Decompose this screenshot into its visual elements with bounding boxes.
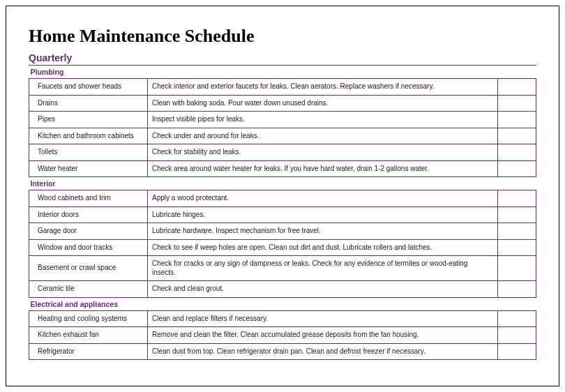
table-row: ToiletsCheck for stability and leaks. (29, 144, 536, 161)
item-check-cell (498, 310, 536, 327)
table-row: Wood cabinets and trimApply a wood prote… (29, 190, 536, 207)
item-name-cell: Drains (29, 95, 148, 112)
category-row: Plumbing (29, 66, 536, 79)
table-row: RefrigeratorClean dust from top. Clean r… (29, 343, 536, 360)
table-row: Interior doorsLubricate hinges. (29, 206, 536, 223)
table-row: Heating and cooling systemsClean and rep… (29, 310, 536, 327)
item-check-cell (498, 144, 536, 161)
item-name-cell: Kitchen exhaust fan (29, 327, 148, 344)
item-check-cell (498, 160, 536, 177)
table-row: PipesInspect visible pipes for leaks. (29, 112, 536, 128)
table-row: Water heaterCheck area around water heat… (29, 160, 536, 177)
item-name-cell: Window and door tracks (29, 239, 148, 256)
table-row: Kitchen and bathroom cabinetsCheck under… (29, 128, 536, 144)
category-row: Interior (29, 177, 536, 190)
maintenance-table: PlumbingFaucets and shower headsCheck in… (29, 66, 536, 360)
table-row: Garage doorLubricate hardware. Inspect m… (29, 223, 536, 240)
item-description-cell: Check area around water heater for leaks… (148, 160, 498, 177)
item-name-cell: Basement or crawl space (29, 256, 148, 281)
item-description-cell: Check for cracks or any sign of dampness… (148, 256, 498, 281)
item-name-cell: Heating and cooling systems (29, 310, 148, 327)
item-description-cell: Check and clean grout. (148, 281, 498, 298)
item-description-cell: Check under and around for leaks. (148, 128, 498, 144)
item-name-cell: Faucets and shower heads (29, 79, 148, 96)
item-check-cell (498, 327, 536, 344)
item-description-cell: Check to see if weep holes are open. Cle… (148, 239, 498, 256)
item-name-cell: Refrigerator (29, 343, 148, 360)
item-description-cell: Lubricate hardware. Inspect mechanism fo… (148, 223, 498, 240)
item-check-cell (498, 256, 536, 281)
item-check-cell (498, 223, 536, 240)
category-name: Interior (29, 177, 536, 190)
item-check-cell (498, 79, 536, 96)
item-description-cell: Lubricate hinges. (148, 206, 498, 223)
item-check-cell (498, 206, 536, 223)
item-description-cell: Check interior and exterior faucets for … (148, 79, 498, 96)
table-row: Faucets and shower headsCheck interior a… (29, 79, 536, 96)
item-name-cell: Kitchen and bathroom cabinets (29, 128, 148, 144)
item-name-cell: Interior doors (29, 206, 148, 223)
category-name: Plumbing (29, 66, 536, 79)
table-row: Ceramic tileCheck and clean grout. (29, 281, 536, 298)
table-row: DrainsClean with baking soda. Pour water… (29, 95, 536, 112)
item-description-cell: Clean with baking soda. Pour water down … (148, 95, 498, 112)
item-check-cell (498, 95, 536, 112)
item-check-cell (498, 281, 536, 298)
table-row: Kitchen exhaust fanRemove and clean the … (29, 327, 536, 344)
schedule-type-heading: Quarterly (29, 52, 536, 66)
item-name-cell: Wood cabinets and trim (29, 190, 148, 207)
item-description-cell: Remove and clean the filter. Clean accum… (148, 327, 498, 344)
item-check-cell (498, 128, 536, 144)
category-row: Electrical and appliances (29, 297, 536, 310)
item-description-cell: Clean and replace filters if necessary. (148, 310, 498, 327)
item-name-cell: Toilets (29, 144, 148, 161)
item-name-cell: Ceramic tile (29, 281, 148, 298)
table-row: Basement or crawl spaceCheck for cracks … (29, 256, 536, 281)
item-check-cell (498, 239, 536, 256)
table-row: Window and door tracksCheck to see if we… (29, 239, 536, 256)
page-title: Home Maintenance Schedule (29, 26, 536, 47)
item-description-cell: Inspect visible pipes for leaks. (148, 112, 498, 128)
item-check-cell (498, 343, 536, 360)
item-description-cell: Clean dust from top. Clean refrigerator … (148, 343, 498, 360)
item-check-cell (498, 112, 536, 128)
item-name-cell: Water heater (29, 160, 148, 177)
item-check-cell (498, 190, 536, 207)
category-name: Electrical and appliances (29, 297, 536, 310)
item-name-cell: Garage door (29, 223, 148, 240)
page-frame: Home Maintenance Schedule Quarterly Plum… (6, 6, 559, 386)
item-description-cell: Apply a wood protectant. (148, 190, 498, 207)
item-name-cell: Pipes (29, 112, 148, 128)
item-description-cell: Check for stability and leaks. (148, 144, 498, 161)
